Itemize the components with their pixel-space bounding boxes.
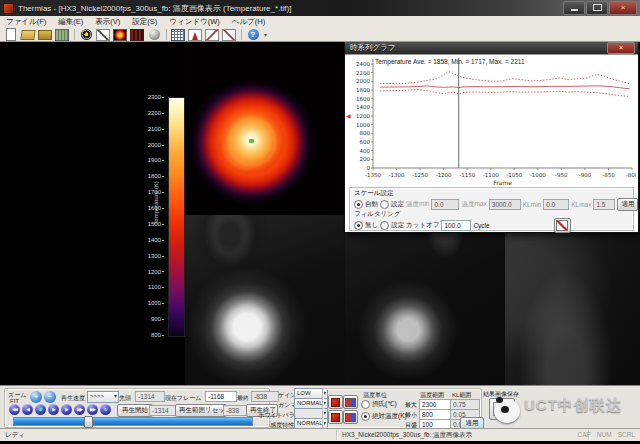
sphere-view-button[interactable] (146, 28, 162, 41)
zoom-in-button[interactable]: + (30, 391, 42, 403)
palette-hot-button-1[interactable] (328, 395, 343, 409)
menu-window[interactable]: ウィンドウ(W) (163, 17, 225, 27)
y-tick-label: 1600 (356, 96, 370, 102)
background-texture (505, 215, 640, 385)
current-frame-label: 現在フレーム (165, 394, 201, 403)
kl-max-field[interactable]: 1.5 (593, 199, 615, 210)
thermal-image-icon (113, 29, 127, 41)
kl-min-field[interactable]: 0.0 (543, 199, 569, 210)
graph-close-button[interactable]: × (607, 42, 635, 54)
chart-up-icon (205, 29, 219, 41)
palette-rainbow-button-1[interactable] (343, 395, 358, 409)
control-panel: ズーム FIT + − 再生速度 >>>> 先頭 -1314 現在フレーム -1… (0, 385, 640, 429)
toolbar-overflow-icon[interactable]: ▾ (264, 31, 267, 38)
grayscale-image-view-1[interactable] (185, 215, 345, 385)
min-label: 最小 (405, 411, 417, 420)
speed-label: 再生速度 (61, 394, 85, 403)
thermal-view-button[interactable] (112, 28, 128, 41)
y-tick-label: 600 (360, 139, 371, 145)
kelvin-radio[interactable] (361, 412, 370, 421)
first-frame-field[interactable]: -1314 (135, 391, 165, 402)
timeseries-button[interactable] (204, 28, 220, 41)
temp-min-field[interactable]: 0.0 (431, 199, 459, 210)
filter-set-radio[interactable] (380, 221, 389, 230)
y-tick-label: 0 (367, 165, 371, 171)
minimize-button[interactable] (563, 1, 585, 15)
maximize-button[interactable] (586, 1, 608, 15)
temp-max-field[interactable]: 3000.0 (489, 199, 521, 210)
filter-none-radio[interactable] (354, 221, 363, 230)
max-label: 最大 (405, 401, 417, 410)
timeseries-chart[interactable]: 0200400600800100012001400160018002000220… (347, 56, 636, 186)
loop-button[interactable]: ↻ (100, 404, 111, 415)
folder-button[interactable] (37, 28, 53, 41)
step-back-button[interactable]: ◀ (22, 404, 33, 415)
status-file: HX3_Nickel2000fps_300us_fb: 温度画像表示 (342, 431, 472, 440)
skip-to-start-button[interactable]: ◀◀ (9, 404, 20, 415)
colorbar-tick: 800 (138, 332, 164, 338)
help-button[interactable]: ? (245, 28, 261, 41)
kelvin-label: 絶対温度(K) (372, 412, 407, 421)
timeline-slider[interactable] (13, 417, 253, 426)
temperature-colorbar (168, 97, 185, 337)
skip-to-end-button[interactable]: ▶▶ (87, 404, 98, 415)
status-scroll-lock: SCRL (618, 431, 635, 438)
x-tick-label: -950 (555, 172, 568, 178)
graph-settings-box: スケール設定 自動 設定 温度min 0.0 温度max 3000.0 KLmi… (349, 187, 634, 231)
line-profile-button[interactable] (95, 28, 111, 41)
thermal-image-view[interactable] (185, 42, 345, 215)
graph-window-title: 時系列グラフ (350, 43, 396, 53)
play-button[interactable]: ▶ (48, 404, 59, 415)
pattern-view-button[interactable] (129, 28, 145, 41)
status-num-lock: NUM (597, 431, 612, 438)
menu-settings[interactable]: 設定(S) (126, 17, 163, 27)
film-sequence-button[interactable] (54, 28, 70, 41)
scale-apply-button[interactable]: 適用 (617, 198, 638, 211)
menu-file[interactable]: ファイル(F) (0, 17, 52, 27)
palette-hot-button-2[interactable] (328, 410, 343, 424)
histogram-button[interactable] (187, 28, 203, 41)
close-button[interactable]: × (609, 1, 637, 15)
grid-button[interactable] (170, 28, 186, 41)
decay-chart-button[interactable] (221, 28, 237, 41)
kl-min-label: KLmin (523, 201, 541, 208)
series-min (380, 90, 629, 97)
y-tick-label: 2000 (356, 78, 370, 84)
colorbar-tick: 2200 (138, 110, 164, 116)
x-tick-label: -1100 (483, 172, 499, 178)
cutoff-label: カットオフ (406, 221, 439, 230)
zoom-out-button[interactable]: − (44, 391, 56, 403)
last-frame-field[interactable]: -838 (251, 391, 279, 402)
celsius-radio[interactable] (361, 400, 370, 409)
toolbar-separator (166, 29, 167, 40)
fast-forward-button[interactable]: ▶▶ (74, 404, 85, 415)
x-tick-label: -900 (579, 172, 592, 178)
filter-chart-button[interactable] (554, 218, 571, 233)
scale-set-radio[interactable] (380, 200, 389, 209)
menu-edit[interactable]: 編集(E) (52, 17, 89, 27)
target-button[interactable] (78, 28, 94, 41)
play-start-field[interactable]: -1314 (149, 405, 177, 416)
grayscale-image-view-2[interactable] (345, 215, 505, 385)
new-file-button[interactable] (3, 28, 19, 41)
graph-window-titlebar[interactable]: 時系列グラフ × (345, 42, 638, 54)
timeline-slider-handle[interactable] (84, 416, 93, 428)
title-bar: Thermias - [HX3_Nickel2000fps_300us_fb: … (0, 0, 640, 17)
x-tick-label: -1200 (436, 172, 452, 178)
range-reset-button[interactable]: 再生範囲リセット (175, 404, 227, 417)
cutoff-unit-label: Cycle (473, 222, 489, 229)
palette-rainbow-button-2[interactable] (343, 410, 358, 424)
scale-auto-radio[interactable] (354, 200, 363, 209)
chart-down-icon (222, 29, 236, 41)
speed-select[interactable]: >>>> (87, 391, 119, 403)
menu-view[interactable]: 表示(V) (89, 17, 126, 27)
stop-button[interactable]: ■ (35, 404, 46, 415)
open-file-button[interactable] (20, 28, 36, 41)
cutoff-field[interactable]: 100.0 (441, 220, 471, 231)
x-tick-label: -800 (626, 172, 636, 178)
current-frame-field[interactable]: -1168 (205, 391, 237, 402)
play-start-button[interactable]: 再生開始 (117, 404, 153, 417)
step-forward-button[interactable]: ▶ (61, 404, 72, 415)
workspace: 2300220021002000190018001700160015001400… (0, 42, 640, 385)
menu-help[interactable]: ヘルプ(H) (226, 17, 271, 27)
